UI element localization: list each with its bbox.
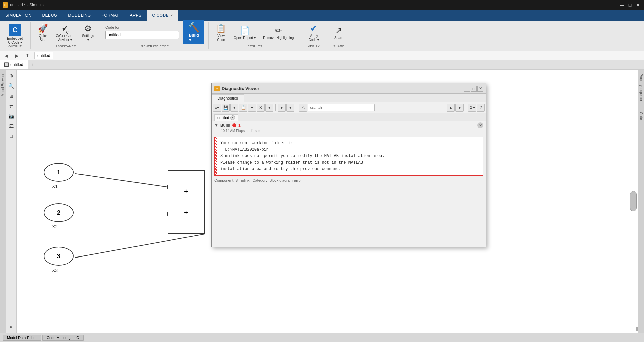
build-button[interactable]: 🔨 Build▾ xyxy=(183,20,204,44)
embedded-ccode-button[interactable]: C EmbeddedC Code ▾ xyxy=(4,22,26,46)
dv-minimize-button[interactable]: — xyxy=(464,86,470,92)
dv-up-btn[interactable]: ▲ xyxy=(447,104,455,112)
tab-close-icon[interactable]: × xyxy=(171,14,173,17)
svg-line-0 xyxy=(75,174,168,187)
dv-down-btn[interactable]: ▼ xyxy=(455,104,464,112)
build-header: ▼ Build 1 ✕ xyxy=(214,122,483,128)
block-x3[interactable]: 3 xyxy=(44,247,74,266)
code-mappings-tab[interactable]: Code Mappings – C xyxy=(42,335,84,341)
canvas-scroll-handle[interactable] xyxy=(630,191,637,211)
dv-copy-dropdown[interactable]: ▾ xyxy=(248,104,256,112)
minimize-button[interactable]: — xyxy=(619,2,625,8)
toolbar-output-section: C EmbeddedC Code ▾ OUTPUT xyxy=(0,22,31,49)
code-for-input[interactable] xyxy=(105,31,179,39)
collapse-button[interactable]: « xyxy=(7,322,16,331)
zoom-button[interactable]: 🔍 xyxy=(7,81,16,91)
menu-format[interactable]: FORMAT xyxy=(96,10,125,21)
menu-ccode[interactable]: C CODE × xyxy=(147,10,178,21)
dv-list-btn[interactable]: ≡▾ xyxy=(213,104,221,112)
toolbar: C EmbeddedC Code ▾ OUTPUT 🚀 QuickStart ✔… xyxy=(0,21,644,51)
build-error-dot xyxy=(232,123,236,127)
canvas-tab-untitled[interactable]: 🔲 untitled xyxy=(0,60,28,69)
generate-section-label: GENERATE CODE xyxy=(141,45,169,48)
dv-save-dropdown[interactable]: ▾ xyxy=(230,104,238,112)
menu-bar: SIMULATION DEBUG MODELING FORMAT APPS C … xyxy=(0,10,644,21)
signal-button[interactable]: ⇄ xyxy=(7,101,16,111)
plus-sign-top: + xyxy=(184,188,188,195)
back-button[interactable]: ◀ xyxy=(3,52,10,59)
close-button[interactable]: ✕ xyxy=(635,2,641,8)
dv-filter-btn[interactable]: ▼ xyxy=(278,104,286,112)
menu-debug[interactable]: DEBUG xyxy=(37,10,62,21)
build-dismiss-button[interactable]: ✕ xyxy=(477,122,483,128)
build-label: Build▾ xyxy=(189,33,199,42)
image-button[interactable]: 🖼 xyxy=(7,121,16,131)
dv-toolbar: ≡▾ 💾 ▾ 📋 ▾ ✕ ▾ ▼ ▾ ⚠ ▲ ▼ ⚙▾ ? xyxy=(212,102,486,113)
sum-block[interactable]: + + xyxy=(168,170,205,234)
build-time: 10:14 AM Elapsed: 11 sec xyxy=(214,129,483,133)
view-code-button[interactable]: 📋 ViewCode xyxy=(213,22,229,44)
remove-highlighting-button[interactable]: ✏ Remove Highlighting xyxy=(260,24,297,42)
code-panel-label[interactable]: Code xyxy=(639,111,644,121)
quick-start-button[interactable]: 🚀 QuickStart xyxy=(35,22,51,44)
cpp-code-advisor-button[interactable]: ✔ C C/C++ CodeAdvisor ▾ xyxy=(53,22,77,44)
camera-button[interactable]: 📷 xyxy=(7,111,16,121)
model-data-editor-tab[interactable]: Model Data Editor xyxy=(3,335,41,341)
fit-button[interactable]: ⊞ xyxy=(7,91,16,101)
share-button[interactable]: ↗ Share xyxy=(330,24,347,42)
dv-tab-diagnostics[interactable]: Diagnostics xyxy=(212,94,244,102)
window-title: untitled * - Simulink xyxy=(10,3,45,7)
settings-button[interactable]: ⚙ Settings▾ xyxy=(79,22,97,44)
block-x2[interactable]: 2 xyxy=(44,203,74,222)
up-button[interactable]: ⬆ xyxy=(23,52,32,59)
main-area: Model Browser ⊕ 🔍 ⊞ ⇄ 📷 🖼 □ « xyxy=(0,70,644,333)
dv-content-tab-untitled[interactable]: untitled ✕ xyxy=(214,114,238,121)
dv-search-input[interactable] xyxy=(308,104,375,111)
dv-clear-dropdown[interactable]: ▾ xyxy=(265,104,273,112)
address-bar: ◀ ▶ ⬆ untitled xyxy=(0,51,644,60)
dv-divider-1 xyxy=(275,104,276,111)
dv-content-tabstrip: untitled ✕ xyxy=(212,113,486,121)
title-bar: S untitled * - Simulink — □ ✕ xyxy=(0,0,644,10)
block-x1-label: X1 xyxy=(52,184,58,189)
forward-button[interactable]: ▶ xyxy=(13,52,21,59)
dv-help-btn[interactable]: ? xyxy=(477,104,485,112)
dv-copy-btn[interactable]: 📋 xyxy=(239,104,247,112)
dv-filter-dropdown[interactable]: ▾ xyxy=(286,104,294,112)
assistance-section-label: ASSISTANCE xyxy=(56,45,76,48)
canvas-area[interactable]: 1 X1 2 X2 3 X3 + + xyxy=(17,70,638,333)
dv-close-button[interactable]: ✕ xyxy=(477,86,483,92)
svg-line-2 xyxy=(75,234,205,258)
menu-simulation[interactable]: SIMULATION xyxy=(0,10,37,21)
build-expand-arrow[interactable]: ▼ xyxy=(214,123,218,128)
add-block-button[interactable]: ⊕ xyxy=(7,71,16,80)
build-icon: 🔨 xyxy=(188,22,200,33)
share-section-label: SHARE xyxy=(333,45,345,48)
splitter-vertical xyxy=(636,327,638,331)
diagnostic-viewer: S Diagnostic Viewer — □ ✕ Diagnostics ≡▾… xyxy=(211,83,486,247)
error-line-4: Please change to a working folder that i… xyxy=(220,160,480,166)
dv-icon: S xyxy=(214,86,220,91)
dv-clear-btn[interactable]: ✕ xyxy=(257,104,265,112)
rect-button[interactable]: □ xyxy=(7,131,16,141)
error-line-1: Your current working folder is: xyxy=(220,140,480,147)
toolbar-generate-section: Code for 🔨 Build▾ GENERATE CODE xyxy=(101,22,209,49)
dv-settings-btn[interactable]: ⚙▾ xyxy=(468,104,476,112)
verify-code-button[interactable]: ✔ VerifyCode ▾ xyxy=(305,22,322,44)
dv-warning-btn[interactable]: ⚠ xyxy=(299,104,307,112)
menu-modeling[interactable]: MODELING xyxy=(63,10,96,21)
dv-title: Diagnostic Viewer xyxy=(222,86,259,91)
menu-apps[interactable]: APPS xyxy=(124,10,147,21)
maximize-button[interactable]: □ xyxy=(627,2,633,8)
add-canvas-button[interactable]: + xyxy=(28,60,38,69)
property-inspector-label[interactable]: Property Inspector xyxy=(639,72,644,103)
block-x1[interactable]: 1 xyxy=(44,163,74,182)
dv-maximize-button[interactable]: □ xyxy=(471,86,477,92)
model-browser-label[interactable]: Model Browser xyxy=(0,72,5,98)
error-line-5: installation area and re-try the previou… xyxy=(220,166,480,172)
dv-content-tab-close[interactable]: ✕ xyxy=(230,115,235,120)
block-x3-label: X3 xyxy=(52,268,58,273)
open-report-button[interactable]: 📄 Open Report ▾ xyxy=(231,24,259,42)
error-stripe xyxy=(215,137,217,175)
dv-save-btn[interactable]: 💾 xyxy=(222,104,230,112)
